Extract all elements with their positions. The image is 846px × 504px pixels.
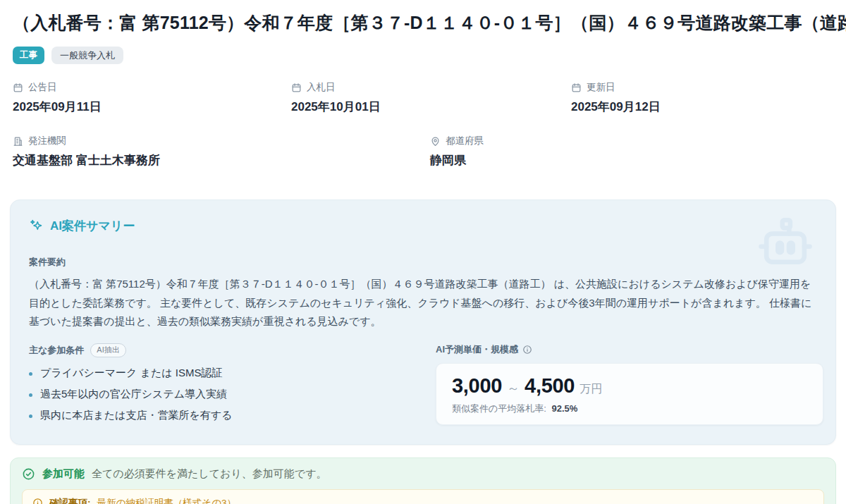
status-message: 全ての必須要件を満たしており、参加可能です。 [92, 467, 327, 481]
calendar-icon [571, 82, 582, 93]
conditions-list: プライバシーマーク または ISMS認証 過去5年以内の官公庁システム導入実績 … [29, 367, 436, 422]
ai-summary-card: AI案件サマリー 案件要約 （入札番号：富 第75112号）令和７年度［第３７-… [10, 199, 836, 445]
field-value-text: 2025年09月12日 [571, 99, 836, 115]
field-update-date: 更新日 2025年09月12日 [571, 81, 836, 115]
rate-label: 類似案件の平均落札率: [452, 403, 546, 414]
list-item: 過去5年以内の官公庁システム導入実績 [29, 388, 436, 401]
condition-text: 過去5年以内の官公庁システム導入実績 [40, 388, 227, 401]
calendar-icon [13, 82, 23, 93]
note-document-link[interactable]: 最新の納税証明書（様式その3） [97, 497, 236, 504]
ai-extracted-badge: AI抽出 [90, 343, 125, 357]
bullet-dot [29, 372, 32, 376]
confirmation-note: 確認事項: 最新の納税証明書（様式その3） [22, 489, 824, 504]
info-icon [32, 498, 43, 504]
info-icon[interactable] [522, 345, 532, 355]
bullet-dot [29, 393, 32, 397]
calendar-icon [291, 82, 302, 93]
field-label-text: 公告日 [28, 81, 57, 94]
bid-method-badge: 一般競争入札 [51, 47, 123, 64]
ai-summary-header: AI案件サマリー [29, 218, 817, 234]
eligibility-banner: 参加可能 全ての必須要件を満たしており、参加可能です。 確認事項: 最新の納税証… [10, 457, 836, 504]
category-badge: 工事 [13, 47, 44, 64]
field-label-text: 更新日 [587, 81, 615, 94]
price-unit: 万円 [580, 382, 602, 397]
price-low: 3,000 [452, 374, 502, 398]
field-bid-date: 入札日 2025年10月01日 [291, 81, 571, 115]
field-value-text: 2025年09月11日 [13, 99, 291, 115]
field-label-text: 入札日 [307, 81, 336, 94]
ai-summary-title: AI案件サマリー [50, 218, 135, 234]
status-badge: 参加可能 [42, 467, 85, 481]
field-label-text: 都道府県 [446, 135, 484, 147]
price-high: 4,500 [525, 374, 575, 398]
building-icon [13, 136, 23, 147]
field-prefecture: 都道府県 静岡県 [430, 135, 836, 168]
prediction-label: AI予測単価・規模感 [436, 343, 518, 356]
bid-detail-page: （入札番号：富 第75112号）令和７年度［第３７-D１１４０-０１号］（国）４… [0, 0, 846, 504]
check-circle-icon [22, 467, 35, 481]
field-label-text: 発注機関 [28, 135, 66, 147]
bullet-dot [29, 414, 32, 418]
map-pin-icon [430, 136, 441, 147]
meta-row-dates: 公告日 2025年09月11日 入札日 2025年10月01日 更新日 2025… [10, 81, 836, 115]
list-item: プライバシーマーク または ISMS認証 [29, 367, 436, 380]
price-separator: ～ [507, 380, 520, 397]
price-prediction: AI予測単価・規模感 3,000 ～ 4,500 万円 類似案件の平均落札率: … [436, 343, 823, 430]
sparkles-icon [29, 219, 44, 233]
field-announcement-date: 公告日 2025年09月11日 [13, 81, 291, 115]
note-label: 確認事項: [49, 497, 91, 504]
page-title: （入札番号：富 第75112号）令和７年度［第３７-D１１４０-０１号］（国）４… [10, 11, 836, 35]
condition-text: 県内に本店または支店・営業所を有する [40, 409, 232, 422]
field-value-text: 2025年10月01日 [291, 99, 571, 115]
robot-icon [749, 211, 821, 276]
summary-text: （入札番号：富 第75112号）令和７年度［第３７-D１１４０-０１号］（国）４… [29, 275, 817, 331]
condition-text: プライバシーマーク または ISMS認証 [40, 367, 223, 380]
price-estimate-card: 3,000 ～ 4,500 万円 類似案件の平均落札率: 92.5% [436, 363, 823, 425]
meta-row-org: 発注機関 交通基盤部 富士土木事務所 都道府県 静岡県 [10, 135, 836, 168]
field-value-text: 交通基盤部 富士土木事務所 [13, 152, 430, 168]
conditions-label: 主な参加条件 [29, 344, 84, 357]
badge-row: 工事 一般競争入札 [10, 47, 836, 64]
summary-section-label: 案件要約 [29, 256, 817, 269]
field-value-text: 静岡県 [430, 152, 836, 168]
rate-value: 92.5% [552, 403, 578, 414]
list-item: 県内に本店または支店・営業所を有する [29, 409, 436, 422]
field-ordering-agency: 発注機関 交通基盤部 富士土木事務所 [13, 135, 430, 168]
participation-conditions: 主な参加条件 AI抽出 プライバシーマーク または ISMS認証 過去5年以内の… [29, 343, 436, 430]
